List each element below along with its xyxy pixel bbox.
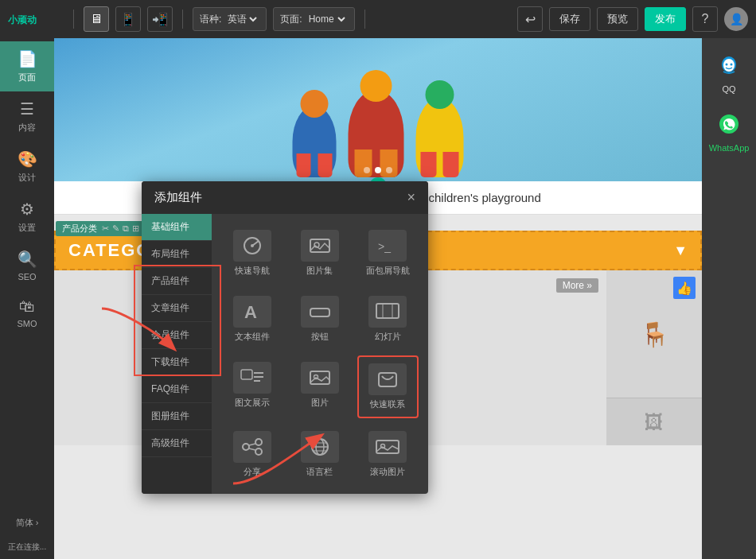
sidebar-item-seo[interactable]: 🔍 SEO	[0, 242, 54, 289]
category-arrow: ▼	[673, 243, 688, 259]
sidebar-font-btn[interactable]: 简体 ›	[0, 510, 54, 535]
mobile-view-btn[interactable]: 📲	[147, 6, 173, 32]
svg-line-27	[249, 444, 255, 445]
page-icon: 📄	[18, 49, 37, 68]
comp-breadcrumb[interactable]: >_ 面包屑导航	[357, 223, 419, 283]
toolbar-right: ↩ 保存 预览 发布 ? 👤	[517, 6, 748, 32]
svg-point-9	[251, 244, 254, 247]
comp-quick-contact[interactable]: 快速联系	[357, 355, 419, 418]
qq-icon	[718, 54, 740, 81]
dialog-body: 基础组件 布局组件 产品组件 文章组件 会员组件 下载组件 FAQ组件 图册组件…	[142, 214, 428, 494]
comp-scroll-img-label: 滚动图片	[370, 466, 405, 478]
comp-img-text[interactable]: 图文展示	[221, 355, 283, 418]
svg-point-41	[731, 64, 733, 66]
tablet-view-btn[interactable]: 📱	[115, 6, 141, 32]
dialog-cat-article[interactable]: 文章组件	[142, 295, 212, 322]
comp-slideshow-label: 幻灯片	[375, 331, 401, 343]
svg-line-28	[249, 448, 255, 450]
comp-button[interactable]: 按钮	[289, 289, 350, 349]
add-component-dialog: 添加组件 × 基础组件 布局组件 产品组件 文章组件 会员组件 下载组件 FAQ…	[142, 181, 428, 494]
comp-quick-contact-label: 快速联系	[370, 398, 405, 410]
sidebar-item-settings[interactable]: ⚙ 设置	[0, 192, 54, 242]
comp-scroll-img[interactable]: 滚动图片	[357, 425, 419, 484]
comp-image[interactable]: 图片	[289, 355, 350, 418]
desktop-view-btn[interactable]: 🖥	[84, 6, 109, 32]
design-icon: 🎨	[18, 149, 37, 169]
sidebar-label-design: 设计	[18, 172, 36, 184]
comp-image-icon	[301, 362, 339, 394]
language-label: 语种:	[200, 13, 221, 26]
whatsapp-label: WhatsApp	[709, 143, 750, 153]
sidebar-status-btn: 正在连接...	[0, 535, 54, 559]
sidebar-label-settings: 设置	[18, 222, 36, 234]
comp-quick-nav-icon	[233, 230, 271, 262]
svg-rect-15	[376, 304, 399, 318]
comp-text-label: 文本组件	[235, 331, 270, 343]
dot-1[interactable]	[364, 167, 370, 173]
toolbar: 小顽动 🖥 📱 📲 语种: 英语 页面: Home ↩ 保存 预览 发布 ? 👤	[0, 0, 756, 38]
comp-quick-nav[interactable]: 快速导航	[221, 223, 283, 283]
dialog-title: 添加组件	[154, 190, 202, 205]
logo: 小顽动	[8, 10, 56, 29]
sidebar-item-smo[interactable]: 🛍 SMO	[0, 289, 54, 336]
whatsapp-btn[interactable]: WhatsApp	[702, 103, 756, 162]
sidebar-label-page: 页面	[18, 72, 36, 83]
publish-button[interactable]: 发布	[645, 7, 686, 31]
svg-rect-18	[241, 370, 252, 379]
comp-gallery[interactable]: 图片集	[289, 223, 350, 283]
dialog-cat-faq[interactable]: FAQ组件	[142, 376, 212, 403]
main-layout: 📄 页面 ☰ 内容 🎨 设计 ⚙ 设置 🔍 SEO 🛍 SMO 简体 ›	[0, 38, 756, 559]
avatar[interactable]: 👤	[724, 7, 748, 31]
comp-img-text-icon	[233, 362, 271, 394]
sidebar-bottom: 简体 › 正在连接...	[0, 510, 54, 559]
undo-btn[interactable]: ↩	[517, 6, 543, 32]
comp-language[interactable]: 语言栏	[289, 425, 350, 484]
sidebar-item-design[interactable]: 🎨 设计	[0, 142, 54, 192]
dialog-cat-basic[interactable]: 基础组件	[142, 214, 212, 241]
smo-icon: 🛍	[19, 297, 35, 316]
comp-slideshow[interactable]: 幻灯片	[357, 289, 419, 349]
dialog-cat-product[interactable]: 产品组件	[142, 268, 212, 295]
right-panel: QQ WhatsApp	[702, 38, 756, 559]
dialog-header: 添加组件 ×	[142, 181, 428, 214]
sidebar-label-content: 内容	[18, 122, 36, 134]
comp-text[interactable]: A 文本组件	[221, 289, 283, 349]
dialog-cat-layout[interactable]: 布局组件	[142, 241, 212, 268]
hero-dots	[364, 167, 392, 173]
preview-button[interactable]: 预览	[597, 7, 638, 31]
dialog-close-btn[interactable]: ×	[407, 189, 415, 206]
page-select[interactable]: 页面: Home	[273, 7, 354, 31]
comp-breadcrumb-icon: >_	[368, 230, 407, 262]
comp-quick-contact-icon	[368, 363, 407, 395]
svg-point-26	[255, 448, 262, 455]
dialog-cat-download[interactable]: 下载组件	[142, 349, 212, 376]
page-label: 页面:	[280, 13, 302, 26]
seo-icon: 🔍	[18, 250, 37, 269]
comp-breadcrumb-label: 面包屑导航	[366, 265, 410, 277]
sidebar-item-content[interactable]: ☰ 内容	[0, 91, 54, 142]
sidebar-label-smo: SMO	[17, 319, 37, 328]
dialog-cat-member[interactable]: 会员组件	[142, 322, 212, 349]
comp-slideshow-icon	[368, 296, 407, 328]
svg-point-25	[243, 444, 249, 450]
language-dropdown[interactable]: 英语	[224, 13, 259, 25]
save-button[interactable]: 保存	[549, 7, 590, 31]
page-dropdown[interactable]: Home	[306, 13, 348, 25]
help-button[interactable]: ?	[692, 6, 718, 32]
dot-2[interactable]	[375, 167, 381, 173]
qq-btn[interactable]: QQ	[702, 45, 756, 103]
thumbs-up-icon: 👍	[673, 277, 696, 299]
settings-icon: ⚙	[20, 200, 34, 219]
content-area: + To create educational, safe and effici…	[54, 38, 702, 559]
dialog-cat-gallery[interactable]: 图册组件	[142, 403, 212, 430]
sidebar-item-page[interactable]: 📄 页面	[0, 41, 54, 91]
comp-share-label: 分享	[244, 466, 261, 478]
language-select[interactable]: 语种: 英语	[193, 7, 267, 31]
comp-share[interactable]: 分享	[221, 425, 283, 484]
toolbar-separator-1	[73, 10, 74, 29]
dot-3[interactable]	[386, 167, 392, 173]
dialog-cat-advanced[interactable]: 高级组件	[142, 430, 212, 457]
svg-rect-34	[376, 441, 399, 453]
comp-button-label: 按钮	[311, 331, 329, 343]
more-button[interactable]: More »	[556, 278, 598, 293]
